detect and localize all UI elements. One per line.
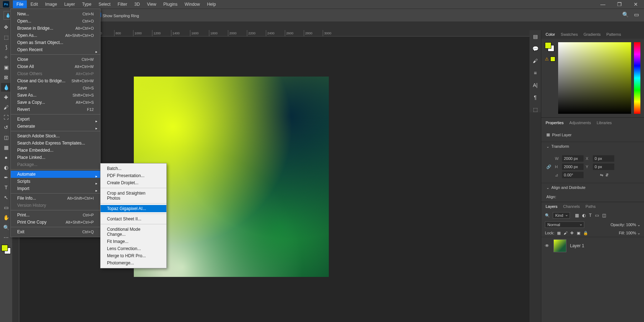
stamp-tool[interactable]: ⛶ bbox=[1, 113, 11, 122]
pen-tool[interactable]: ✒ bbox=[1, 173, 11, 182]
menu-select[interactable]: Select bbox=[95, 0, 114, 8]
maximize-button[interactable]: ❐ bbox=[611, 0, 628, 9]
automate-menu-item[interactable]: Lens Correction... bbox=[101, 245, 166, 252]
filter-smart-icon[interactable]: ◫ bbox=[602, 213, 606, 218]
file-menu-item[interactable]: Open...Ctrl+O bbox=[11, 18, 100, 25]
file-menu-item[interactable]: Save As...Shift+Ctrl+S bbox=[11, 92, 100, 99]
file-menu-item[interactable]: Save a Copy...Alt+Ctrl+S bbox=[11, 99, 100, 106]
lock-position-icon[interactable]: ✥ bbox=[570, 231, 574, 235]
menu-window[interactable]: Window bbox=[181, 0, 204, 8]
panel-icon[interactable]: ≡ bbox=[534, 70, 537, 76]
warning-icon[interactable]: ⚠ bbox=[545, 57, 549, 62]
more-tools[interactable]: ⋯ bbox=[1, 233, 11, 242]
menu-filter[interactable]: Filter bbox=[114, 0, 131, 8]
file-menu-item[interactable]: Browse in Bridge...Alt+Ctrl+O bbox=[11, 25, 100, 32]
workspace-icon[interactable]: ▭ bbox=[634, 11, 639, 18]
filter-type-icon[interactable]: T bbox=[589, 213, 591, 218]
file-menu-item[interactable]: SaveCtrl+S bbox=[11, 84, 100, 92]
search-icon[interactable]: 🔍 bbox=[622, 11, 629, 18]
file-menu-item[interactable]: Generate bbox=[11, 123, 100, 130]
search-icon[interactable]: 🔍 bbox=[545, 213, 550, 218]
wand-tool[interactable]: ✧ bbox=[1, 53, 11, 62]
file-menu-item[interactable]: File Info...Alt+Shift+Ctrl+I bbox=[11, 195, 100, 202]
hue-slider[interactable] bbox=[634, 42, 640, 114]
panel-icon[interactable]: ¶ bbox=[534, 94, 537, 100]
show-sampling-ring[interactable]: Show Sampling Ring bbox=[97, 13, 139, 18]
menu-image[interactable]: Image bbox=[42, 0, 60, 8]
layer-thumbnail[interactable] bbox=[553, 239, 566, 252]
automate-menu-item[interactable]: Contact Sheet II... bbox=[101, 215, 166, 223]
file-menu-item[interactable]: RevertF12 bbox=[11, 106, 100, 113]
file-menu-item[interactable]: ExitCtrl+Q bbox=[11, 228, 100, 235]
filter-adjust-icon[interactable]: ◐ bbox=[582, 213, 586, 218]
file-menu-item[interactable]: Open as Smart Object... bbox=[11, 39, 100, 46]
panel-icon[interactable]: ⬚ bbox=[533, 107, 538, 112]
tab-libraries[interactable]: Libraries bbox=[597, 121, 612, 125]
automate-menu-item[interactable]: Crop and Straighten Photos bbox=[101, 190, 166, 202]
file-menu-item[interactable]: CloseCtrl+W bbox=[11, 56, 100, 63]
panel-icon[interactable]: A| bbox=[533, 82, 538, 88]
layer-name[interactable]: Layer 1 bbox=[570, 243, 584, 248]
menu-plugins[interactable]: Plugins bbox=[160, 0, 181, 8]
file-menu-item[interactable]: Open Recent bbox=[11, 46, 100, 53]
tab-adjustments[interactable]: Adjustments bbox=[569, 121, 591, 125]
menu-file[interactable]: File bbox=[13, 0, 27, 8]
file-menu-item[interactable]: Close AllAlt+Ctrl+W bbox=[11, 63, 100, 70]
x-input[interactable] bbox=[593, 155, 614, 162]
color-swatches[interactable] bbox=[1, 245, 11, 254]
menu-3d[interactable]: 3D bbox=[131, 0, 143, 8]
tab-channels[interactable]: Channels bbox=[563, 204, 580, 209]
zoom-tool[interactable]: 🔍 bbox=[1, 223, 11, 232]
automate-menu-item[interactable]: Fit Image... bbox=[101, 238, 166, 245]
panel-icon[interactable]: 💬 bbox=[532, 46, 538, 52]
transform-section[interactable]: Transform bbox=[541, 142, 644, 151]
angle-input[interactable] bbox=[562, 172, 584, 178]
lock-transparency-icon[interactable]: ▦ bbox=[557, 231, 561, 235]
flip-v-icon[interactable]: ⇵ bbox=[605, 173, 609, 177]
menu-type[interactable]: Type bbox=[78, 0, 95, 8]
automate-menu-item[interactable]: Batch... bbox=[101, 165, 166, 172]
tab-gradients[interactable]: Gradients bbox=[584, 32, 601, 36]
eraser-tool[interactable]: ◫ bbox=[1, 133, 11, 142]
color-field[interactable] bbox=[558, 42, 631, 114]
automate-menu-item[interactable]: Merge to HDR Pro... bbox=[101, 252, 166, 259]
file-menu-item[interactable]: Export bbox=[11, 116, 100, 123]
automate-menu-item[interactable]: Photomerge... bbox=[101, 259, 166, 267]
align-section[interactable]: Align and Distribute bbox=[541, 183, 644, 192]
lock-all-icon[interactable]: 🔒 bbox=[583, 231, 588, 235]
shape-tool[interactable]: ▭ bbox=[1, 203, 11, 212]
file-menu-item[interactable]: Close and Go to Bridge...Shift+Ctrl+W bbox=[11, 77, 100, 84]
automate-menu-item[interactable]: PDF Presentation... bbox=[101, 172, 166, 179]
file-menu-item[interactable]: Import bbox=[11, 185, 100, 192]
layer-item[interactable]: 👁 Layer 1 bbox=[541, 237, 644, 254]
file-menu-item[interactable]: Scripts bbox=[11, 178, 100, 185]
opacity-value[interactable]: 100% bbox=[626, 223, 636, 227]
eyedropper-tool[interactable]: 💧 bbox=[1, 83, 11, 92]
healing-tool[interactable]: ✚ bbox=[1, 93, 11, 102]
type-tool[interactable]: T bbox=[1, 183, 11, 192]
filter-kind-dropdown[interactable]: Kind bbox=[553, 212, 570, 219]
link-icon[interactable]: 🔗 bbox=[546, 165, 551, 169]
foreground-swatch[interactable] bbox=[1, 245, 8, 251]
crop-tool[interactable]: ▣ bbox=[1, 63, 11, 72]
lock-artboard-icon[interactable]: ▣ bbox=[577, 231, 580, 235]
gradient-tool[interactable]: ▦ bbox=[1, 143, 11, 152]
tab-properties[interactable]: Properties bbox=[546, 121, 564, 125]
lock-brush-icon[interactable]: 🖌 bbox=[564, 231, 567, 235]
file-menu-item[interactable]: Search Adobe Stock... bbox=[11, 132, 100, 140]
lasso-tool[interactable]: ⟆ bbox=[1, 43, 11, 52]
file-menu-item[interactable]: Place Linked... bbox=[11, 154, 100, 161]
tab-paths[interactable]: Paths bbox=[586, 204, 596, 209]
fg-color[interactable] bbox=[545, 42, 551, 49]
dodge-tool[interactable]: ◐ bbox=[1, 163, 11, 172]
visibility-icon[interactable]: 👁 bbox=[545, 243, 550, 248]
fill-value[interactable]: 100% bbox=[626, 231, 636, 235]
height-input[interactable] bbox=[562, 164, 584, 170]
hand-tool[interactable]: ✋ bbox=[1, 213, 11, 222]
menu-view[interactable]: View bbox=[143, 0, 160, 8]
history-brush-tool[interactable]: ↺ bbox=[1, 123, 11, 132]
marquee-tool[interactable]: ⬚ bbox=[1, 33, 11, 42]
filter-pixel-icon[interactable]: ▦ bbox=[575, 213, 579, 218]
tab-layers[interactable]: Layers bbox=[546, 204, 557, 209]
blend-mode-dropdown[interactable]: Normal bbox=[545, 221, 584, 228]
